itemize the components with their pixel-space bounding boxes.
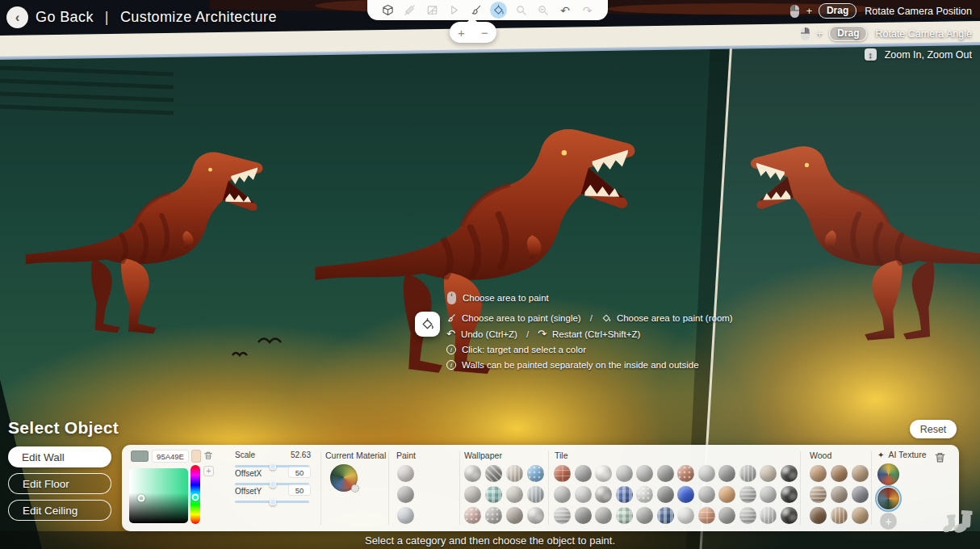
ai-texture-thumbnail-selected[interactable] <box>877 488 899 509</box>
material-swatch[interactable] <box>657 507 674 524</box>
material-swatch[interactable] <box>464 507 481 524</box>
material-swatch[interactable] <box>781 507 798 524</box>
material-swatch[interactable] <box>485 486 502 503</box>
material-swatch[interactable] <box>485 465 502 482</box>
paint-brush-icon[interactable] <box>468 2 484 19</box>
floorplan-icon[interactable] <box>424 2 440 19</box>
material-swatch[interactable] <box>739 507 756 524</box>
material-swatch[interactable] <box>485 507 502 524</box>
tile-category-label[interactable]: Tile <box>555 451 568 460</box>
material-swatch[interactable] <box>506 465 523 482</box>
material-swatch[interactable] <box>636 507 653 524</box>
reset-button[interactable]: Reset <box>910 420 957 438</box>
delete-color-button[interactable] <box>203 451 213 460</box>
material-swatch[interactable] <box>698 507 715 524</box>
hue-slider[interactable] <box>191 465 200 524</box>
offset-x-slider-handle[interactable] <box>269 480 276 488</box>
material-swatch[interactable] <box>810 465 827 482</box>
material-swatch[interactable] <box>464 465 481 482</box>
material-swatch[interactable] <box>781 465 798 482</box>
hue-cursor[interactable] <box>192 494 199 501</box>
offset-x-input[interactable] <box>288 467 311 478</box>
delete-texture-button[interactable] <box>934 451 946 467</box>
material-swatch[interactable] <box>657 465 674 482</box>
undo-icon[interactable]: ↶ <box>557 2 573 19</box>
material-swatch[interactable] <box>554 507 571 524</box>
measure-icon[interactable] <box>402 2 418 19</box>
zoom-out-icon[interactable] <box>535 2 551 19</box>
material-swatch[interactable] <box>397 507 414 524</box>
wood-category-label[interactable]: Wood <box>810 451 831 460</box>
material-swatch[interactable] <box>852 465 869 482</box>
zoom-in-button[interactable]: + <box>458 27 465 39</box>
material-swatch[interactable] <box>506 486 523 503</box>
material-swatch[interactable] <box>831 486 848 503</box>
add-ai-texture-button[interactable]: + <box>880 513 897 530</box>
material-swatch[interactable] <box>616 486 633 503</box>
material-swatch[interactable] <box>657 486 674 503</box>
secondary-color-swatch[interactable] <box>191 450 201 463</box>
view-3d-icon[interactable] <box>379 2 396 19</box>
material-swatch[interactable] <box>527 507 544 524</box>
material-swatch[interactable] <box>527 465 544 482</box>
edit-wall-button[interactable]: Edit Wall <box>8 446 111 467</box>
saturation-value-picker[interactable] <box>129 468 188 523</box>
material-swatch[interactable] <box>739 465 756 482</box>
paint-bucket-icon[interactable] <box>490 2 507 19</box>
current-material-thumbnail[interactable] <box>330 464 358 492</box>
material-swatch[interactable] <box>397 486 414 503</box>
material-swatch[interactable] <box>810 486 827 503</box>
current-color-swatch[interactable] <box>131 451 149 462</box>
redo-icon[interactable]: ↷ <box>580 2 596 19</box>
material-swatch[interactable] <box>397 465 414 482</box>
material-swatch[interactable] <box>616 507 633 524</box>
material-swatch[interactable] <box>677 507 694 524</box>
material-swatch[interactable] <box>595 507 612 524</box>
offset-y-slider-handle[interactable] <box>269 498 276 505</box>
wallpaper-category-label[interactable]: Wallpaper <box>464 451 502 460</box>
back-button[interactable]: ‹ <box>6 6 28 28</box>
material-swatch[interactable] <box>575 507 592 524</box>
material-swatch[interactable] <box>677 486 694 503</box>
zoom-area-icon[interactable] <box>513 2 530 19</box>
go-back-label[interactable]: Go Back <box>36 9 94 26</box>
offset-y-input[interactable] <box>288 484 311 496</box>
material-swatch[interactable] <box>616 465 633 482</box>
material-swatch[interactable] <box>760 486 777 503</box>
material-swatch[interactable] <box>739 486 756 503</box>
material-swatch[interactable] <box>718 486 735 503</box>
material-swatch[interactable] <box>781 486 798 503</box>
zoom-out-button[interactable]: − <box>481 27 488 39</box>
material-swatch[interactable] <box>831 465 848 482</box>
material-swatch[interactable] <box>595 486 612 503</box>
ai-texture-label[interactable]: AI Texture <box>888 450 926 459</box>
material-swatch[interactable] <box>852 486 869 503</box>
edit-ceiling-button[interactable]: Edit Ceiling <box>8 500 111 521</box>
material-swatch[interactable] <box>760 507 777 524</box>
material-swatch[interactable] <box>554 465 571 482</box>
ai-texture-thumbnail[interactable] <box>877 463 899 485</box>
edit-floor-button[interactable]: Edit Floor <box>8 473 111 494</box>
select-cursor-icon[interactable] <box>446 2 462 19</box>
material-swatch[interactable] <box>575 465 592 482</box>
material-swatch[interactable] <box>595 465 612 482</box>
scale-slider-handle[interactable] <box>269 463 276 470</box>
material-swatch[interactable] <box>636 486 653 503</box>
add-color-button[interactable]: + <box>203 466 214 476</box>
material-swatch[interactable] <box>698 465 715 482</box>
material-swatch[interactable] <box>760 465 777 482</box>
material-swatch[interactable] <box>718 507 735 524</box>
material-swatch[interactable] <box>575 486 592 503</box>
material-swatch[interactable] <box>831 507 848 524</box>
material-swatch[interactable] <box>698 486 715 503</box>
material-swatch[interactable] <box>852 507 869 524</box>
sv-cursor[interactable] <box>138 495 145 502</box>
material-swatch[interactable] <box>718 465 735 482</box>
paint-category-label[interactable]: Paint <box>396 451 416 460</box>
material-swatch[interactable] <box>677 465 694 482</box>
hex-color-input[interactable] <box>152 450 189 463</box>
material-swatch[interactable] <box>527 486 544 503</box>
material-swatch[interactable] <box>636 465 653 482</box>
material-swatch[interactable] <box>506 507 523 524</box>
material-swatch[interactable] <box>554 486 571 503</box>
